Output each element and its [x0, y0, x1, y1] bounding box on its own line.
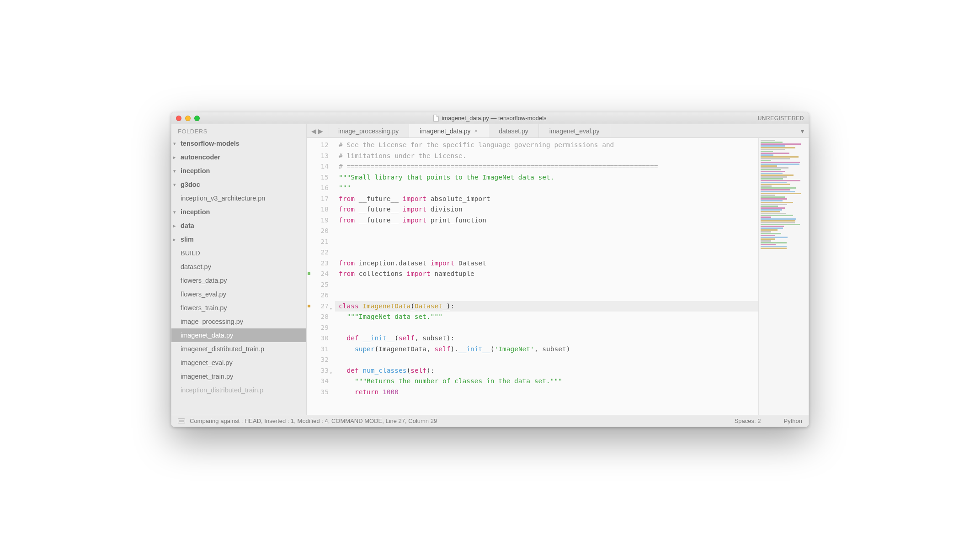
window-title: imagenet_data.py — tensorflow-models — [171, 115, 809, 122]
window-title-text: imagenet_data.py — tensorflow-models — [442, 115, 546, 122]
status-language[interactable]: Python — [784, 417, 802, 424]
chevron-down-icon: ▾ — [171, 137, 178, 149]
close-tab-icon[interactable]: × — [474, 127, 478, 134]
tree-label: flowers_data.py — [181, 275, 227, 286]
tab-imagenet-eval[interactable]: imagenet_eval.py — [539, 124, 610, 137]
sidebar-header: FOLDERS — [171, 124, 306, 137]
tree-file-flowers-train[interactable]: flowers_train.py — [171, 301, 306, 315]
tree-label: imagenet_eval.py — [181, 357, 233, 369]
tab-history-nav: ◀ ▶ — [307, 124, 328, 137]
tree-file-build[interactable]: BUILD — [171, 246, 306, 260]
keyboard-icon[interactable] — [178, 418, 185, 423]
chevron-down-icon: ▾ — [801, 127, 804, 135]
tree-file-flowers-data[interactable]: flowers_data.py — [171, 274, 306, 287]
chevron-down-icon: ▾ — [171, 179, 178, 190]
status-spaces[interactable]: Spaces: 2 — [735, 417, 761, 424]
chevron-right-icon: ▸ — [171, 220, 178, 232]
chevron-right-icon: ▸ — [171, 151, 178, 163]
tree-label: inception — [181, 165, 210, 177]
nav-back-icon[interactable]: ◀ — [311, 128, 316, 134]
tab-label: image_processing.py — [338, 127, 399, 135]
tree-file-architecture[interactable]: inception_v3_architecture.pn — [171, 191, 306, 205]
tree-label: dataset.py — [181, 261, 211, 273]
tree-label: flowers_train.py — [181, 302, 227, 314]
editor[interactable]: 12131415161718192021222324252627▾2829303… — [307, 138, 758, 415]
gutter[interactable]: 12131415161718192021222324252627▾2829303… — [307, 138, 333, 415]
tree-folder-slim[interactable]: ▸slim — [171, 233, 306, 246]
chevron-right-icon: ▸ — [171, 233, 178, 245]
tree-file-imagenet-eval[interactable]: imagenet_eval.py — [171, 356, 306, 370]
chevron-down-icon: ▾ — [171, 206, 178, 218]
tree-file-image-processing[interactable]: image_processing.py — [171, 315, 306, 328]
tree-file-dataset[interactable]: dataset.py — [171, 260, 306, 274]
status-left: Comparing against : HEAD, Inserted : 1, … — [190, 417, 437, 424]
tree-label: data — [181, 220, 194, 232]
window: imagenet_data.py — tensorflow-models UNR… — [171, 112, 809, 427]
editor-area: 12131415161718192021222324252627▾2829303… — [307, 138, 809, 415]
tab-bar: ◀ ▶ image_processing.py imagenet_data.py… — [307, 124, 809, 138]
tab-overflow-button[interactable]: ▾ — [796, 124, 809, 137]
tree-folder-inception2[interactable]: ▾inception — [171, 205, 306, 219]
tab-dataset[interactable]: dataset.py — [488, 124, 539, 137]
tree-label: imagenet_data.py — [181, 329, 233, 341]
code[interactable]: # See the License for the specific langu… — [333, 138, 758, 415]
tree-label: image_processing.py — [181, 316, 243, 328]
tree-file-flowers-eval[interactable]: flowers_eval.py — [171, 287, 306, 301]
tree-label: slim — [181, 233, 194, 245]
tree-label: flowers_eval.py — [181, 288, 226, 300]
tree-label: inception_distributed_train.p — [181, 384, 263, 396]
tab-label: imagenet_data.py — [420, 127, 470, 135]
content: FOLDERS ▾tensorflow-models ▸autoencoder … — [171, 124, 809, 415]
sidebar: FOLDERS ▾tensorflow-models ▸autoencoder … — [171, 124, 307, 415]
folder-tree: ▾tensorflow-models ▸autoencoder ▾incepti… — [171, 137, 306, 397]
status-bar: Comparing against : HEAD, Inserted : 1, … — [171, 415, 809, 427]
tree-label: imagenet_distributed_train.p — [181, 343, 264, 355]
tree-file-imagenet-data[interactable]: imagenet_data.py — [171, 328, 306, 342]
tree-label: inception_v3_architecture.pn — [181, 192, 265, 204]
minimap[interactable] — [758, 138, 809, 415]
tree-file-inception-dist[interactable]: inception_distributed_train.p — [171, 383, 306, 397]
tab-imagenet-data[interactable]: imagenet_data.py× — [409, 124, 488, 137]
tree-folder-data[interactable]: ▸data — [171, 219, 306, 233]
tab-label: dataset.py — [499, 127, 528, 135]
tree-label: autoencoder — [181, 151, 220, 163]
tree-label: BUILD — [181, 247, 200, 259]
tree-label: tensorflow-models — [181, 137, 240, 149]
tree-folder-autoencoder[interactable]: ▸autoencoder — [171, 150, 306, 164]
nav-forward-icon[interactable]: ▶ — [318, 128, 323, 134]
tree-label: g3doc — [181, 179, 200, 190]
titlebar: imagenet_data.py — tensorflow-models UNR… — [171, 112, 809, 124]
tree-label: inception — [181, 206, 210, 218]
tree-folder-root[interactable]: ▾tensorflow-models — [171, 137, 306, 150]
tree-file-imagenet-train[interactable]: imagenet_train.py — [171, 370, 306, 383]
chevron-down-icon: ▾ — [171, 165, 178, 177]
document-icon — [433, 115, 439, 122]
tree-label: imagenet_train.py — [181, 370, 233, 382]
tab-label: imagenet_eval.py — [549, 127, 600, 135]
tree-folder-inception[interactable]: ▾inception — [171, 164, 306, 178]
tab-image-processing[interactable]: image_processing.py — [328, 124, 409, 137]
unregistered-label: UNREGISTERED — [758, 115, 804, 122]
tree-file-imagenet-dist[interactable]: imagenet_distributed_train.p — [171, 342, 306, 356]
tree-folder-g3doc[interactable]: ▾g3doc — [171, 178, 306, 191]
main: ◀ ▶ image_processing.py imagenet_data.py… — [307, 124, 809, 415]
